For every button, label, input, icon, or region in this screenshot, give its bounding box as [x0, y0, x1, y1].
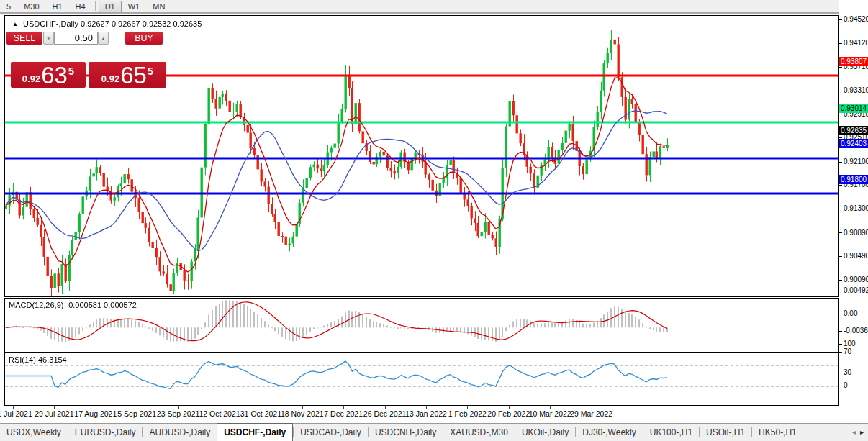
tick-dash [839, 162, 842, 163]
price-tick-label: 0.93310 [839, 86, 868, 95]
macd-axis-label: 0.004926 [839, 286, 868, 295]
price-tick-label: 0.94520 [839, 15, 868, 24]
date-label: 11 Jul 2021 [0, 409, 32, 418]
timeframe-button-w1[interactable]: W1 [122, 1, 147, 12]
level-price-badge: 0.91800 [839, 175, 868, 184]
tab-scroll-arrows: ◂▸ [852, 424, 868, 441]
buy-price-big: 65 [120, 65, 147, 86]
tick-dash [839, 185, 842, 186]
level-price-badge: 0.93807 [839, 57, 868, 66]
volume-increase-button[interactable]: ▲ [98, 32, 109, 45]
sell-price-button[interactable]: 0.92 63 5 [11, 62, 86, 88]
tab-scroll-left-icon[interactable]: ◂ [852, 429, 856, 436]
tick-dash [839, 232, 842, 233]
date-label: 29 Jul 2021 [35, 409, 73, 418]
sell-button[interactable]: SELL [6, 32, 42, 45]
buy-button[interactable]: BUY [125, 32, 163, 45]
chart-tab-bar: USDX,WeeklyEURUSD-,DailyAUDUSD-,DailyUSD… [0, 423, 868, 441]
sell-price-big: 63 [41, 65, 68, 86]
ohlc-close: 0.92635 [173, 19, 202, 28]
chart-tab-hk50-h1[interactable]: HK50-,H1 [752, 424, 803, 441]
macd-name: MACD(12,26,9) [9, 301, 63, 309]
symbol-collapse-icon[interactable]: ▲ [12, 21, 18, 27]
macd-axis-label: -0.003615 [839, 327, 868, 335]
timeframe-button-d1[interactable]: D1 [99, 1, 122, 12]
buy-price-pip: 5 [148, 65, 153, 77]
date-tick [550, 406, 551, 409]
date-tick [261, 406, 261, 409]
chart-tab-usdx-weekly[interactable]: USDX,Weekly [0, 424, 68, 441]
date-tick [302, 406, 303, 409]
macd-label: MACD(12,26,9) -0.000581 0.000572 [9, 301, 137, 309]
toolbar-separator [95, 1, 96, 11]
price-tick-label: 0.92100 [839, 158, 868, 166]
volume-decrease-button[interactable]: ▼ [43, 32, 54, 45]
rsi-canvas[interactable] [5, 353, 838, 405]
date-label: 12 Oct 2021 [199, 409, 240, 418]
triangle-down-icon: ▼ [46, 36, 51, 41]
timeframe-button-h1[interactable]: H1 [46, 1, 69, 12]
rsi-name: RSI(14) [9, 355, 36, 364]
buy-price-base: 0.92 [101, 73, 119, 84]
ohlc-high: 0.92667 [112, 19, 140, 28]
tick-dash [839, 137, 842, 138]
macd-value: -0.000581 [65, 301, 101, 309]
date-label: 10 Mar 2022 [529, 409, 571, 418]
chart-title: ▲ USDCHF-,Daily 0.92627 0.92667 0.92532 … [12, 19, 202, 28]
buy-price-button[interactable]: 0.92 65 5 [89, 62, 166, 88]
macd-indicator-pane: MACD(12,26,9) -0.000581 0.000572 [4, 298, 839, 353]
date-tick [13, 406, 14, 409]
price-tick-label: 0.90090 [839, 276, 868, 284]
timeframe-toolbar: 5M30H1H4D1W1MN [0, 0, 868, 14]
rsi-indicator-pane: RSI(14) 46.3154 [4, 353, 839, 406]
date-tick [220, 406, 220, 409]
rsi-axis-label: 70 [839, 347, 868, 356]
current-price-badge: 0.92635 [839, 126, 868, 135]
date-label: 13 Jan 2022 [405, 409, 447, 418]
macd-axis-label: 0.00 [839, 309, 868, 318]
rsi-axis-label: 30 [839, 368, 868, 377]
triangle-up-icon: ▲ [101, 36, 106, 41]
chart-tab-usoil-h1[interactable]: USOil-,H1 [700, 424, 751, 441]
price-chart-pane: ▲ USDCHF-,Daily 0.92627 0.92667 0.92532 … [4, 15, 839, 297]
chart-tab-usdcnh-daily[interactable]: USDCNH-,Daily [369, 424, 443, 441]
date-tick [592, 406, 592, 409]
timeframe-button-mn[interactable]: MN [146, 1, 171, 12]
chart-tab-usdcad-daily[interactable]: USDCAD-,Daily [294, 424, 368, 441]
level-price-badge: 0.92403 [839, 139, 868, 148]
tick-dash [839, 67, 842, 68]
date-tick [509, 406, 510, 409]
chart-tab-audusd-daily[interactable]: AUDUSD-,Daily [143, 424, 217, 441]
volume-input[interactable]: 0.50 [54, 32, 98, 45]
one-click-trade-panel: SELL ▼ 0.50 ▲ BUY 0.92 63 5 0.92 65 5 [6, 30, 166, 89]
price-axis[interactable]: 0.945200.941200.937100.933100.929100.925… [839, 0, 868, 441]
ohlc-open: 0.92627 [81, 19, 109, 28]
date-axis[interactable]: 11 Jul 202129 Jul 202117 Aug 20215 Sep 2… [4, 406, 839, 422]
price-tick-label: 0.91300 [839, 204, 868, 213]
timeframe-button-5[interactable]: 5 [0, 1, 17, 12]
date-tick [426, 406, 427, 409]
tick-dash [839, 256, 842, 257]
date-label: 29 Mar 2022 [570, 409, 612, 418]
tick-dash [839, 19, 842, 20]
trading-platform-window: 5M30H1H4D1W1MN ▲ USDCHF-,Daily 0.92627 0… [0, 0, 868, 441]
level-price-badge: 0.93014 [839, 104, 868, 113]
tab-scroll-right-icon[interactable]: ▸ [860, 429, 864, 436]
chart-tab-uk100-h1[interactable]: UK100-,H1 [643, 424, 699, 441]
date-tick [137, 406, 137, 409]
price-tick-label: 0.90490 [839, 252, 868, 260]
date-tick [467, 406, 468, 409]
timeframe-button-m30[interactable]: M30 [17, 1, 45, 12]
chart-tab-dj30-weekly[interactable]: DJ30-,Weekly [576, 424, 642, 441]
chart-tab-usdchf-daily[interactable]: USDCHF-,Daily [217, 423, 293, 441]
date-label: 18 Nov 2021 [281, 409, 324, 418]
date-label: 23 Sep 2021 [157, 409, 200, 418]
chart-tab-eurusd-daily[interactable]: EURUSD-,Daily [68, 424, 143, 441]
date-label: 1 Feb 2022 [448, 409, 487, 418]
chart-tab-xauusd-m30[interactable]: XAUUSD-,M30 [443, 424, 515, 441]
date-label: 5 Sep 2021 [117, 409, 156, 418]
ohlc-low: 0.92532 [143, 19, 171, 28]
macd-signal-value: 0.000572 [104, 301, 137, 309]
timeframe-button-h4[interactable]: H4 [69, 1, 92, 12]
chart-tab-ukoil-daily[interactable]: UKOil-,Daily [515, 424, 575, 441]
